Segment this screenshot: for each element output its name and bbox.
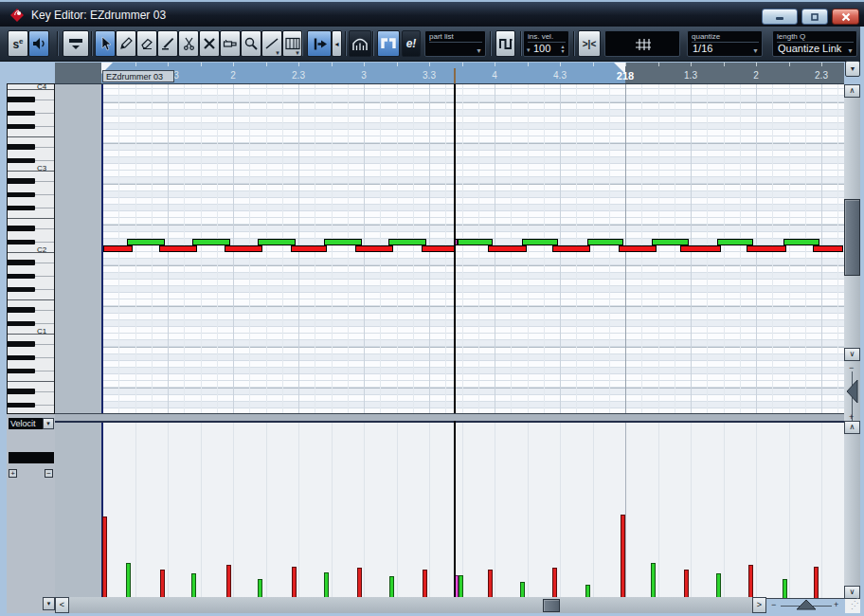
tool-split[interactable] (178, 30, 199, 57)
tool-draw[interactable] (116, 30, 136, 57)
black-key[interactable] (8, 307, 35, 313)
velocity-bar[interactable] (357, 568, 362, 599)
playhead[interactable] (454, 84, 456, 413)
velocity-bar[interactable] (716, 573, 721, 599)
quantize-dropdown[interactable]: quantize 1/16 ▼ (687, 30, 763, 57)
black-key[interactable] (8, 341, 35, 347)
black-key[interactable] (8, 403, 35, 408)
black-key[interactable] (8, 226, 35, 231)
hzoom-plus[interactable]: + (834, 600, 838, 609)
remove-lane-button[interactable]: − (45, 469, 53, 478)
midi-note[interactable] (522, 239, 558, 245)
chevron-down-icon[interactable]: ▼ (43, 418, 54, 429)
velocity-scroll-up-button[interactable]: ∧ (844, 421, 860, 434)
velocity-bar[interactable] (191, 573, 196, 599)
black-key[interactable] (8, 369, 35, 374)
independent-track-loop-button[interactable] (349, 30, 371, 57)
midi-note[interactable] (747, 245, 786, 252)
autoscroll-options-collapse[interactable]: ◂ (332, 30, 342, 57)
midi-note[interactable] (783, 239, 819, 245)
midi-note[interactable] (587, 239, 623, 245)
midi-note[interactable] (552, 245, 590, 252)
midi-note[interactable] (159, 245, 197, 252)
black-key[interactable] (8, 97, 35, 102)
velocity-bar[interactable] (389, 576, 394, 599)
midi-note[interactable] (422, 245, 455, 252)
midi-note[interactable] (652, 239, 689, 245)
midi-note[interactable] (225, 245, 262, 252)
midi-note[interactable] (192, 239, 230, 245)
controller-lane-menu-button[interactable]: ▼ (43, 597, 55, 610)
scroll-right-button[interactable]: > (752, 597, 766, 613)
black-key[interactable] (8, 206, 35, 211)
velocity-bar[interactable] (102, 516, 107, 599)
piano-keyboard[interactable]: C4C3C2C1 (8, 84, 54, 413)
velocity-lane[interactable] (55, 421, 844, 599)
vertical-scrollbar-track[interactable] (844, 84, 860, 599)
black-key[interactable] (8, 158, 35, 164)
add-lane-button[interactable]: + (9, 469, 17, 478)
scroll-left-button[interactable]: < (55, 597, 69, 613)
velocity-spinner[interactable]: ▴▾ (559, 45, 567, 54)
info-line-toggle[interactable] (63, 30, 89, 57)
controller-selector[interactable]: Velocit (9, 418, 45, 429)
midi-note[interactable] (324, 239, 362, 245)
acoustic-feedback-button[interactable] (28, 30, 49, 57)
velocity-bar[interactable] (459, 575, 463, 599)
midi-note[interactable] (291, 245, 327, 252)
midi-note[interactable] (355, 245, 393, 252)
black-key[interactable] (8, 389, 35, 394)
black-key[interactable] (8, 287, 35, 293)
close-button[interactable] (832, 9, 859, 25)
chevron-down-icon[interactable]: ▾ (527, 46, 531, 54)
midi-input-button[interactable]: >|< (578, 30, 601, 57)
midi-note[interactable] (717, 239, 753, 245)
black-key[interactable] (8, 111, 35, 117)
velocity-bar[interactable] (748, 565, 753, 599)
black-key[interactable] (8, 144, 35, 150)
vzoom-handle[interactable] (846, 379, 858, 404)
minimize-button[interactable] (762, 9, 798, 25)
part-name-label[interactable]: EZdrummer 03 (102, 70, 174, 82)
scroll-down-button[interactable]: ∨ (844, 348, 860, 361)
black-key[interactable] (8, 355, 35, 361)
velocity-bar[interactable] (684, 570, 689, 599)
midi-note[interactable] (103, 245, 133, 252)
hzoom-handle[interactable] (796, 599, 817, 610)
midi-note[interactable] (619, 245, 657, 252)
velocity-bar[interactable] (621, 515, 625, 599)
velocity-bar[interactable] (814, 567, 819, 599)
timeline-ruler[interactable]: 322.333.344.32181.322.3EZdrummer 03 (55, 63, 844, 84)
midi-note[interactable] (127, 239, 165, 245)
part-list-dropdown[interactable]: part list ▼ (424, 30, 486, 57)
velocity-bar[interactable] (488, 570, 493, 599)
vertical-scrollbar-thumb[interactable] (844, 199, 860, 276)
midi-note[interactable] (458, 239, 493, 245)
hzoom-minus[interactable]: − (771, 600, 776, 609)
tool-zoom[interactable] (241, 30, 261, 57)
note-display-area[interactable] (55, 84, 844, 413)
velocity-bar[interactable] (292, 567, 297, 599)
midi-note[interactable] (813, 245, 843, 252)
midi-note[interactable] (388, 239, 426, 245)
midi-note[interactable] (258, 239, 296, 245)
playhead[interactable] (454, 421, 456, 599)
velocity-bar[interactable] (651, 563, 656, 599)
black-key[interactable] (8, 124, 35, 130)
velocity-bar[interactable] (423, 570, 427, 599)
velocity-bar[interactable] (783, 579, 787, 599)
tool-line[interactable]: ▼ (261, 30, 282, 57)
horizontal-scrollbar-thumb[interactable] (543, 599, 560, 612)
maximize-button[interactable] (801, 9, 828, 25)
window-resize-grip[interactable]: ⋰⋰ (845, 599, 860, 614)
midi-note[interactable] (488, 245, 527, 252)
show-part-borders-button[interactable] (377, 30, 400, 57)
solo-editor-button[interactable]: se (8, 30, 28, 57)
velocity-bar[interactable] (160, 570, 165, 599)
ruler-options-button[interactable]: ▼ (845, 61, 860, 77)
velocity-bar[interactable] (324, 572, 329, 599)
lane-divider[interactable] (55, 413, 844, 421)
step-input-button[interactable] (495, 30, 515, 57)
edit-active-part-only-button[interactable]: e! (402, 30, 421, 57)
velocity-bar[interactable] (258, 579, 262, 599)
